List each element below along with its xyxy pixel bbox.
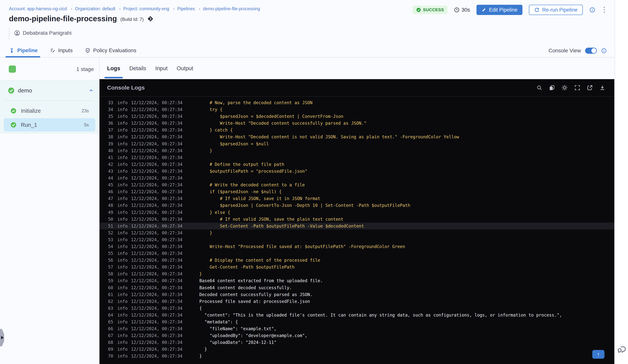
log-timestamp: 12/12/2024, 00:27:34 [131, 181, 198, 188]
log-level: info [117, 339, 129, 346]
log-line: 52 info 12/12/2024, 00:27:34 } [99, 229, 614, 236]
stage-row-demo[interactable]: demo [0, 81, 99, 100]
breadcrumb-item: Project: community-eng › [123, 6, 177, 11]
log-timestamp: 12/12/2024, 00:27:34 [131, 133, 198, 140]
log-level: info [117, 195, 129, 202]
log-message: Decoded content successfully parsed as J… [199, 291, 313, 298]
log-line-number: 52 [107, 229, 113, 236]
step-label: Initialize [21, 108, 41, 114]
success-check-icon [416, 7, 421, 12]
console-log-list[interactable]: 33 info 12/12/2024, 00:27:34 # Now, pars… [99, 97, 614, 364]
log-timestamp: 12/12/2024, 00:27:34 [131, 318, 198, 325]
chat-support-icon[interactable] [617, 345, 627, 355]
breadcrumb-item: Account: app-harness-ng-cicd › [9, 6, 75, 11]
log-level: info [117, 147, 129, 154]
stage-status-square[interactable] [9, 66, 16, 73]
log-tab[interactable]: Input [155, 58, 168, 79]
step-row[interactable]: Run_1 5s [4, 118, 95, 132]
step-list: Initialize 23s Run_1 5s [0, 101, 99, 132]
log-message: { [199, 305, 202, 312]
page: Account: app-harness-ng-cicd › Organizat… [0, 0, 614, 364]
log-timestamp: 12/12/2024, 00:27:34 [131, 243, 198, 250]
breadcrumb-link[interactable]: Organization: default [75, 6, 115, 11]
console-view-toggle[interactable] [585, 48, 597, 54]
scroll-to-top-button[interactable]: ↑ [592, 350, 605, 359]
log-message: $parsedJson = $decodedContent | ConvertF… [199, 113, 343, 120]
log-timestamp: 12/12/2024, 00:27:34 [131, 291, 198, 298]
log-level: info [117, 181, 129, 188]
breadcrumb-link[interactable]: Pipelines [177, 6, 195, 11]
log-message: # Define the output file path [199, 161, 284, 168]
pipeline-icon [9, 48, 15, 53]
tab-pipeline[interactable]: Pipeline [9, 44, 38, 57]
log-line: 70 info 12/12/2024, 00:27:34 } [99, 353, 614, 360]
log-line-number: 33 [107, 99, 113, 106]
log-level: info [117, 229, 129, 236]
log-timestamp: 12/12/2024, 00:27:34 [131, 99, 198, 106]
log-line-number: 48 [107, 202, 113, 209]
log-line: 48 info 12/12/2024, 00:27:34 $parsedJson… [99, 202, 614, 209]
tab-policy-evaluations[interactable]: Policy Evaluations [85, 44, 136, 57]
log-timestamp: 12/12/2024, 00:27:34 [131, 346, 198, 353]
rerun-info-icon[interactable] [589, 7, 595, 13]
chevron-up-icon[interactable] [88, 88, 94, 93]
log-line: 49 info 12/12/2024, 00:27:34 } else { [99, 209, 614, 216]
log-timestamp: 12/12/2024, 00:27:34 [131, 298, 198, 305]
log-tab[interactable]: Logs [107, 58, 121, 79]
log-message: $parsedJson | ConvertTo-Json -Depth 10 |… [199, 202, 410, 209]
log-message: "uploadedBy": "developer@example.com", [199, 332, 307, 339]
log-message: } [199, 346, 207, 353]
console-title: Console Logs [107, 84, 536, 91]
open-external-icon[interactable] [587, 84, 593, 91]
log-line: 46 info 12/12/2024, 00:27:34 if ($parsed… [99, 188, 614, 195]
log-level: info [117, 120, 129, 127]
log-line: 43 info 12/12/2024, 00:27:34 $outputFile… [99, 168, 614, 175]
log-message: try { [199, 106, 223, 113]
breadcrumb-link[interactable]: Project: community-eng [123, 6, 169, 11]
log-line: 66 info 12/12/2024, 00:27:34 "fileName":… [99, 325, 614, 332]
log-level: info [117, 277, 129, 284]
log-line-number: 67 [107, 332, 113, 339]
fullscreen-icon[interactable] [574, 84, 581, 91]
breadcrumb-link[interactable]: demo-pipeline-file-processing [203, 6, 260, 11]
search-icon[interactable] [536, 84, 543, 91]
edit-pipeline-button[interactable]: Edit Pipeline [476, 5, 522, 15]
log-level: info [117, 216, 129, 223]
console-panel: Console Logs 33 info 12/12/2024, 00:27:3… [99, 79, 614, 364]
toggle-knob [591, 48, 596, 53]
copy-icon[interactable] [549, 84, 555, 91]
breadcrumb-link[interactable]: Account: app-harness-ng-cicd [9, 6, 67, 11]
log-message: # Now, parse the decoded content as JSON [199, 99, 313, 106]
console-view-info-icon[interactable] [601, 48, 607, 54]
log-line-number: 64 [107, 312, 113, 318]
log-line-number: 60 [107, 284, 113, 291]
tab-inputs[interactable]: Inputs [50, 44, 73, 57]
breadcrumb-separator: › [173, 6, 175, 11]
log-line: 60 info 12/12/2024, 00:27:34 Base64 cont… [99, 284, 614, 291]
stage-count: 1 stage [76, 66, 94, 72]
pipeline-diamond-icon[interactable] [147, 15, 154, 22]
settings-gear-icon[interactable] [561, 84, 568, 91]
log-line-number: 36 [107, 120, 113, 127]
log-timestamp: 12/12/2024, 00:27:34 [131, 188, 198, 195]
log-message: Write-Host "Decoded content is not valid… [199, 133, 459, 140]
log-line-number: 43 [107, 168, 113, 175]
download-icon[interactable] [599, 84, 606, 91]
log-tab[interactable]: Output [176, 58, 193, 79]
stage-success-icon [7, 87, 15, 94]
log-message: } [199, 229, 212, 236]
step-duration: 5s [84, 122, 89, 128]
breadcrumb: Account: app-harness-ng-cicd › Organizat… [9, 6, 260, 11]
log-tab[interactable]: Details [129, 58, 147, 79]
log-message: "fileName": "example.txt", [199, 325, 276, 332]
log-timestamp: 12/12/2024, 00:27:34 [131, 223, 198, 229]
log-line: 45 info 12/12/2024, 00:27:34 # Write the… [99, 181, 614, 188]
log-timestamp: 12/12/2024, 00:27:34 [131, 113, 198, 120]
log-line: 55 info 12/12/2024, 00:27:34 [99, 250, 614, 257]
breadcrumb-item: demo-pipeline-file-processing › [203, 6, 260, 11]
log-line-number: 53 [107, 236, 113, 243]
log-level: info [117, 291, 129, 298]
rerun-pipeline-button[interactable]: Re-run Pipeline [529, 5, 583, 15]
more-options-menu[interactable] [602, 6, 607, 14]
step-row[interactable]: Initialize 23s [4, 104, 95, 118]
